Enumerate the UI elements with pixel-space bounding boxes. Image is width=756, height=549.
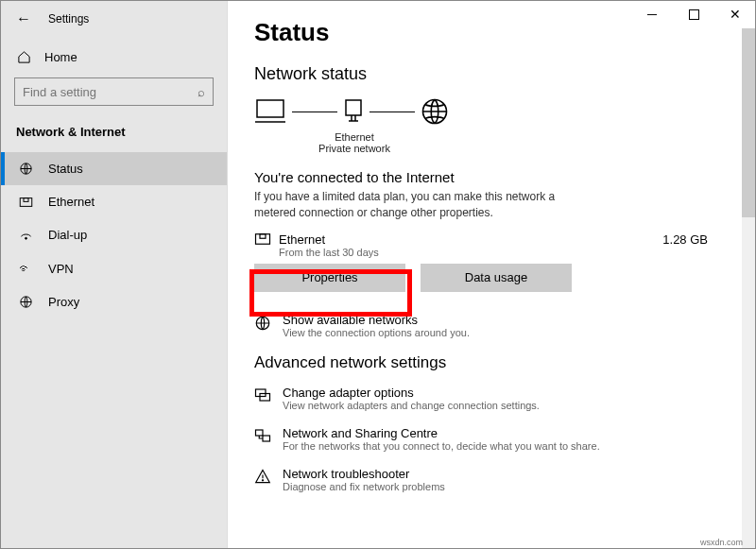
sidebar: ← Settings Home ⌕ Network & Internet Sta…	[1, 1, 228, 548]
diagram-type: Private network	[254, 143, 455, 154]
troubleshoot-name: Network troubleshooter	[283, 467, 445, 481]
globe-icon	[421, 97, 449, 126]
section-title: Network status	[254, 64, 755, 84]
proxy-icon	[16, 295, 35, 309]
show-networks-link[interactable]: Show available networks View the connect…	[254, 313, 708, 338]
usage-row: Ethernet From the last 30 days 1.28 GB	[254, 232, 755, 258]
sharing-icon	[254, 426, 283, 443]
home-link[interactable]: Home	[1, 44, 227, 70]
category-header: Network & Internet	[1, 113, 227, 148]
home-label: Home	[44, 50, 77, 64]
ethernet-small-icon	[254, 232, 279, 246]
dialup-icon	[16, 228, 35, 242]
svg-rect-0	[689, 9, 698, 19]
nav-label: Dial-up	[48, 228, 87, 242]
svg-rect-7	[346, 100, 361, 115]
nav-item-vpn[interactable]: ᯤ VPN	[1, 251, 227, 285]
nav-item-dialup[interactable]: Dial-up	[1, 218, 227, 251]
window-title: Settings	[48, 12, 89, 26]
home-icon	[16, 50, 31, 64]
data-usage-button[interactable]: Data usage	[421, 264, 572, 292]
main-content: Status Network status Ethernet Private n…	[228, 1, 755, 548]
nav-item-proxy[interactable]: Proxy	[1, 285, 227, 318]
globe-small-icon	[254, 313, 283, 332]
sharing-link[interactable]: Network and Sharing Centre For the netwo…	[254, 426, 708, 452]
warning-icon	[254, 467, 283, 484]
show-networks-name: Show available networks	[283, 313, 470, 327]
nav-item-status[interactable]: Status	[1, 152, 227, 185]
nav-label: VPN	[48, 262, 74, 276]
window-controls: ─ ✕	[631, 0, 756, 28]
nav-item-ethernet[interactable]: Ethernet	[1, 185, 227, 218]
svg-rect-9	[256, 233, 270, 244]
search-box[interactable]: ⌕	[14, 77, 214, 106]
svg-rect-14	[256, 430, 264, 436]
search-input[interactable]	[23, 85, 198, 99]
scrollbar[interactable]	[742, 28, 755, 548]
computer-icon	[254, 98, 286, 125]
nav-list: Status Ethernet Dial-up ᯤ VPN	[1, 152, 227, 318]
adapter-icon	[254, 386, 283, 403]
usage-name: Ethernet	[279, 232, 662, 247]
properties-button[interactable]: Properties	[254, 264, 405, 292]
svg-rect-3	[24, 197, 28, 201]
show-networks-sub: View the connection options around you.	[283, 327, 470, 338]
ethernet-icon	[16, 197, 35, 208]
usage-amount: 1.28 GB	[662, 232, 708, 247]
nav-label: Ethernet	[48, 195, 94, 209]
vpn-icon: ᯤ	[16, 261, 35, 276]
svg-rect-15	[263, 436, 270, 441]
maximize-button[interactable]	[673, 0, 714, 28]
network-diagram	[254, 97, 755, 126]
sharing-name: Network and Sharing Centre	[283, 426, 600, 440]
minimize-button[interactable]: ─	[631, 0, 673, 28]
back-icon[interactable]: ←	[16, 10, 31, 27]
adapter-link[interactable]: Change adapter options View network adap…	[254, 386, 708, 411]
adapter-name: Change adapter options	[283, 386, 540, 400]
connected-desc: If you have a limited data plan, you can…	[254, 189, 557, 221]
close-button[interactable]: ✕	[714, 0, 756, 28]
advanced-title: Advanced network settings	[254, 353, 755, 372]
svg-rect-6	[257, 100, 284, 117]
sharing-sub: For the networks that you connect to, de…	[283, 440, 600, 452]
nav-label: Proxy	[48, 295, 79, 309]
svg-point-4	[25, 237, 26, 239]
troubleshoot-sub: Diagnose and fix network problems	[283, 481, 445, 492]
svg-rect-13	[260, 393, 270, 401]
svg-rect-2	[20, 197, 32, 206]
adapter-sub: View network adapters and change connect…	[283, 400, 540, 411]
watermark: wsxdn.com	[700, 538, 743, 547]
connected-title: You're connected to the Internet	[254, 169, 755, 185]
svg-rect-10	[260, 233, 266, 238]
status-icon	[16, 162, 35, 176]
usage-sub: From the last 30 days	[279, 247, 662, 258]
scrollbar-thumb[interactable]	[742, 28, 755, 217]
svg-point-16	[262, 479, 263, 480]
search-icon: ⌕	[198, 85, 205, 99]
router-icon	[343, 98, 364, 125]
nav-label: Status	[48, 162, 83, 176]
settings-window: ─ ✕ ← Settings Home ⌕ Network & Internet	[0, 0, 756, 549]
diagram-name: Ethernet	[254, 131, 455, 143]
troubleshoot-link[interactable]: Network troubleshooter Diagnose and fix …	[254, 467, 708, 492]
svg-rect-12	[256, 389, 266, 397]
